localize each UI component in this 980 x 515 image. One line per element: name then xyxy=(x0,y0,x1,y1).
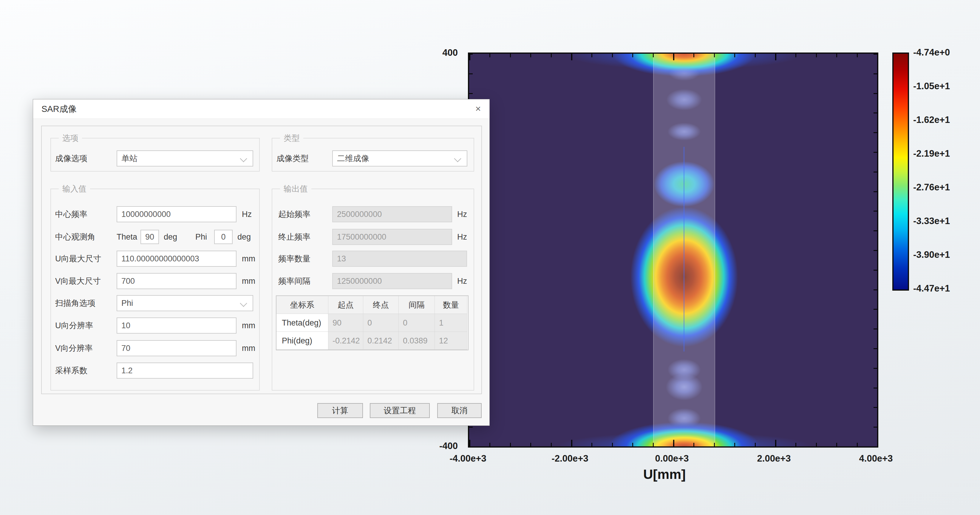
v-max-size-unit: mm xyxy=(242,273,255,289)
table-row: Phi(deg) -0.2142 0.2142 0.0389 12 xyxy=(277,332,468,350)
table-row-name: Phi(deg) xyxy=(277,332,328,350)
start-freq-label: 起始频率 xyxy=(278,206,310,223)
heatmap-bottom-arc xyxy=(604,420,765,448)
table-header-cell: 间隔 xyxy=(399,296,435,314)
y-axis-minor-ticks-right xyxy=(873,54,877,446)
heatmap-center-scan-line xyxy=(684,147,684,351)
set-project-button[interactable]: 设置工程 xyxy=(370,403,430,418)
theta-input[interactable] xyxy=(140,230,159,244)
table-cell: 0 xyxy=(399,314,435,332)
table-header-cell: 终点 xyxy=(363,296,399,314)
desktop: { "dialog": { "title": "SAR成像", "close_i… xyxy=(0,0,980,515)
table-cell: 0.2142 xyxy=(363,332,399,350)
table-cell: -0.2142 xyxy=(328,332,363,350)
imaging-type-label: 成像类型 xyxy=(277,150,309,167)
y-tick-label-top: 400 xyxy=(419,48,458,58)
x-axis-title: U[mm] xyxy=(620,467,709,482)
table-row-name: Theta(deg) xyxy=(277,314,328,332)
table-cell: 0.0389 xyxy=(399,332,435,350)
chevron-down-icon xyxy=(454,155,461,162)
u-max-size-input[interactable] xyxy=(117,250,237,267)
imaging-option-select[interactable]: 单站 xyxy=(117,150,253,166)
x-axis-minor-ticks-bottom xyxy=(469,443,877,446)
u-max-size-label: U向最大尺寸 xyxy=(55,250,102,267)
x-axis-major-ticks-bottom xyxy=(469,440,877,446)
center-freq-unit: Hz xyxy=(242,206,252,223)
dialog-title: SAR成像 xyxy=(41,99,76,118)
table-row: Theta(deg) 90 0 0 1 xyxy=(277,314,468,332)
v-max-size-input[interactable] xyxy=(117,273,237,289)
heatmap-main-hotspot xyxy=(627,203,741,357)
options-group-legend: 选项 xyxy=(59,133,82,143)
u-resolution-label: U向分辨率 xyxy=(55,317,93,334)
outputs-group: 输出值 起始频率 Hz 终止频率 Hz 频率数量 频率间隔 Hz 坐标系 起点 … xyxy=(272,183,474,391)
v-resolution-label: V向分辨率 xyxy=(55,340,93,357)
colorbar xyxy=(892,53,909,291)
scan-angle-value: Phi xyxy=(121,296,133,311)
phi-input[interactable] xyxy=(214,230,232,244)
table-header-cell: 坐标系 xyxy=(277,296,328,314)
imaging-type-value: 二维成像 xyxy=(337,151,369,166)
imaging-type-select[interactable]: 二维成像 xyxy=(332,150,467,166)
table-header-cell: 起点 xyxy=(328,296,363,314)
heatmap-top-arc-wings xyxy=(559,53,810,70)
cancel-button[interactable]: 取消 xyxy=(437,403,482,418)
heatmap-corner-streak-top-right xyxy=(779,54,877,83)
x-tick-label: -2.00e+3 xyxy=(537,454,603,464)
sampling-factor-label: 采样系数 xyxy=(55,362,88,379)
phi-unit: deg xyxy=(237,228,251,245)
freq-step-unit: Hz xyxy=(457,273,467,289)
center-angle-label: 中心观测角 xyxy=(55,228,95,245)
v-max-size-label: V向最大尺寸 xyxy=(55,273,101,289)
table-header-cell: 数量 xyxy=(435,296,467,314)
angle-sweep-table: 坐标系 起点 终点 间隔 数量 Theta(deg) 90 0 0 1 Phi(… xyxy=(276,295,469,350)
u-resolution-input[interactable] xyxy=(117,317,237,333)
v-resolution-input[interactable] xyxy=(117,340,237,356)
heatmap-dot xyxy=(666,373,703,400)
colorbar-tick-label: -4.47e+1 xyxy=(913,284,980,293)
imaging-option-value: 单站 xyxy=(121,151,137,166)
heatmap-dot xyxy=(667,123,701,140)
colorbar-tick-label: -3.90e+1 xyxy=(913,250,980,260)
u-resolution-unit: mm xyxy=(242,317,255,334)
table-cell: 1 xyxy=(435,314,467,332)
center-freq-label: 中心频率 xyxy=(55,206,88,223)
colorbar-tick-label: -1.62e+1 xyxy=(913,115,980,125)
sar-heatmap-plot xyxy=(468,53,878,448)
colorbar-tick-label: -3.33e+1 xyxy=(913,216,980,226)
sar-imaging-dialog: SAR成像 × 选项 成像选项 单站 类型 成像类型 二维成像 输入值 中心频率 xyxy=(33,99,490,426)
inputs-group-legend: 输入值 xyxy=(59,183,90,194)
u-max-size-unit: mm xyxy=(242,250,255,267)
x-tick-label: 0.00e+3 xyxy=(639,454,705,464)
x-axis-minor-ticks-top xyxy=(469,54,877,57)
start-freq-output xyxy=(332,206,452,222)
phi-label: Phi xyxy=(195,228,207,245)
theta-unit: deg xyxy=(164,228,177,245)
freq-count-label: 频率数量 xyxy=(278,250,310,267)
heatmap-dot xyxy=(669,66,700,81)
stop-freq-label: 终止频率 xyxy=(278,228,310,245)
stop-freq-unit: Hz xyxy=(457,228,467,245)
chevron-down-icon xyxy=(240,155,247,162)
scan-angle-select[interactable]: Phi xyxy=(117,295,253,311)
colorbar-tick-label: -2.76e+1 xyxy=(913,182,980,193)
center-freq-input[interactable] xyxy=(117,206,237,222)
heatmap-corner-streak-top-left xyxy=(469,54,568,81)
heatmap-teal-dome xyxy=(653,151,716,208)
heatmap-corner-streak-bottom-right xyxy=(788,423,877,446)
dialog-title-bar[interactable]: SAR成像 × xyxy=(33,99,489,119)
options-group: 选项 成像选项 单站 xyxy=(50,133,260,172)
close-icon[interactable]: × xyxy=(471,99,485,118)
theta-label: Theta xyxy=(117,228,137,245)
heatmap-top-arc xyxy=(609,53,759,78)
table-cell: 12 xyxy=(435,332,467,350)
imaging-option-label: 成像选项 xyxy=(55,150,88,167)
calculate-button[interactable]: 计算 xyxy=(317,403,363,418)
x-tick-label: 2.00e+3 xyxy=(741,454,807,464)
x-tick-label: -4.00e+3 xyxy=(435,454,501,464)
heatmap-highlight-band xyxy=(653,54,715,446)
heatmap-bottom-arc-wings xyxy=(550,432,818,448)
outputs-group-legend: 输出值 xyxy=(280,183,311,194)
sampling-factor-input[interactable] xyxy=(117,362,253,379)
type-group-legend: 类型 xyxy=(280,133,303,143)
